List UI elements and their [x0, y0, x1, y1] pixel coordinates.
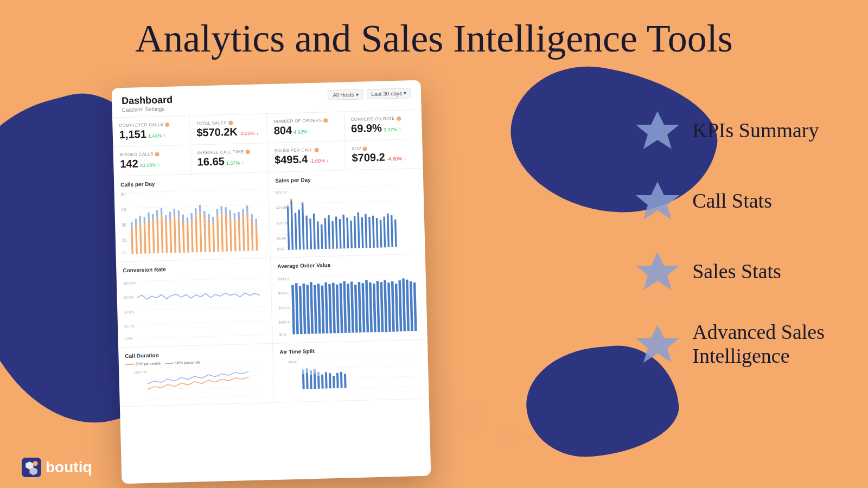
kpi-sales-per-call-value: $495.4 [275, 152, 308, 166]
svg-rect-62 [242, 216, 245, 251]
svg-text:1800 min: 1800 min [133, 370, 147, 374]
svg-rect-67 [251, 214, 253, 222]
chart-conversion-rate-title: Conversion Rate [123, 264, 264, 273]
svg-text:25.0%: 25.0% [124, 324, 135, 328]
kpi-info-icon-3 [323, 118, 328, 123]
svg-rect-141 [321, 285, 325, 333]
kpi-num-orders: NUMBER OF ORDERS 804 4.82% ↑ [267, 112, 345, 143]
svg-text:60: 60 [121, 192, 126, 197]
svg-rect-87 [302, 202, 303, 203]
svg-rect-193 [344, 374, 347, 388]
svg-rect-178 [302, 369, 304, 374]
svg-rect-18 [148, 220, 151, 253]
svg-line-117 [137, 335, 265, 338]
legend-90pct-label: 90% percentile [175, 360, 200, 364]
kpi-avg-call-time: AVERAGE CALL TIME 16.65 1.67% ↑ [190, 143, 269, 174]
svg-line-0 [121, 189, 262, 193]
feature-advanced-sales: Advanced Sales Intelligence [636, 320, 825, 368]
svg-rect-48 [212, 224, 215, 252]
deco-blob-1 [445, 401, 488, 434]
svg-rect-162 [398, 280, 402, 331]
chart-call-duration-area: 1800 min [125, 364, 267, 401]
svg-rect-69 [255, 219, 257, 226]
svg-rect-83 [290, 198, 292, 200]
svg-text:$200.0: $200.0 [279, 320, 290, 324]
svg-text:15: 15 [122, 238, 127, 243]
hosts-selector[interactable]: All Hosts ▾ [328, 89, 363, 100]
dashboard-title: Dashboard [122, 94, 173, 107]
svg-rect-98 [342, 215, 345, 248]
svg-rect-92 [321, 224, 323, 249]
kpi-total-sales-value: $570.2K [196, 125, 238, 139]
kpi-sales-per-call: SALES PER CALL $495.4 -1.60% ↓ [267, 141, 346, 172]
conversion-rate-svg: 100.0% 75.0% 50.0% 25.0% 0.0% [123, 273, 266, 342]
svg-rect-12 [135, 226, 138, 254]
svg-rect-55 [225, 207, 227, 215]
svg-rect-91 [317, 221, 320, 249]
kpi-conversion-rate-change: 3.37% ↑ [384, 127, 401, 133]
chart-avg-order-value-title: Average Order Value [277, 260, 419, 269]
svg-rect-86 [302, 203, 305, 249]
svg-rect-134 [295, 283, 299, 334]
svg-marker-196 [636, 252, 679, 290]
svg-rect-80 [287, 207, 290, 249]
svg-rect-20 [152, 221, 155, 253]
chart-conversion-rate: Conversion Rate 100.0% 75.0% 50.0% 25.0%… [116, 258, 273, 348]
kpi-sales-per-call-change: -1.60% ↓ [309, 158, 329, 164]
svg-rect-97 [339, 219, 342, 249]
kpis-summary-label: KPIs Summary [692, 118, 819, 142]
svg-text:0.0%: 0.0% [125, 336, 133, 340]
period-selector[interactable]: Last 30 days ▾ [366, 88, 411, 99]
svg-rect-45 [203, 211, 206, 219]
svg-rect-52 [221, 214, 224, 252]
svg-text:$800.0: $800.0 [278, 277, 289, 281]
svg-rect-30 [174, 216, 176, 253]
svg-line-116 [137, 321, 265, 324]
svg-rect-140 [317, 284, 321, 333]
svg-marker-197 [636, 325, 679, 363]
call-stats-star-icon [636, 179, 679, 222]
svg-rect-41 [195, 208, 197, 216]
svg-rect-38 [191, 220, 194, 252]
svg-rect-184 [314, 369, 316, 374]
svg-rect-150 [354, 285, 358, 333]
svg-rect-155 [373, 284, 376, 332]
boutiq-logo-icon [22, 458, 41, 477]
svg-rect-96 [335, 217, 338, 249]
svg-text:50.0%: 50.0% [124, 310, 134, 314]
dashboard-panel: Dashboard Caazam! Settings All Hosts ▾ L… [112, 80, 431, 484]
svg-rect-112 [394, 220, 397, 247]
svg-rect-153 [365, 280, 369, 332]
kpi-num-orders-value: 804 [273, 124, 292, 137]
chart-calls-per-day: Calls per Day 60 45 30 15 0 [114, 172, 271, 262]
chart-sales-per-day-area: $32.0K $24.0K $16.0K $8.0K $0.0 [275, 183, 418, 252]
legend-90pct [165, 362, 174, 363]
kpi-conversion-rate: CONVERSION RATE 69.9% 3.37% ↑ [344, 110, 422, 141]
svg-marker-194 [636, 111, 679, 149]
kpi-missed-calls-change: 40.59% ↑ [140, 162, 161, 168]
svg-rect-186 [317, 372, 320, 376]
svg-rect-47 [208, 214, 210, 221]
svg-rect-158 [384, 280, 387, 332]
svg-rect-21 [152, 214, 154, 222]
kpi-num-orders-change: 4.82% ↑ [293, 129, 311, 135]
air-time-svg: 60000 [280, 355, 422, 391]
chart-avg-order-value-area: $800.0 $600.0 $400.0 $200.0 $0.0 [278, 269, 421, 338]
sales-per-day-svg: $32.0K $24.0K $16.0K $8.0K $0.0 [275, 183, 418, 252]
kpi-aov-change: -4.80% ↓ [387, 156, 406, 162]
svg-rect-16 [144, 224, 146, 253]
svg-rect-64 [246, 213, 249, 251]
kpi-completed-calls-change: 1.41% ↑ [148, 133, 166, 139]
svg-rect-85 [298, 210, 301, 250]
sales-stats-label: Sales Stats [692, 259, 781, 283]
svg-rect-101 [354, 216, 356, 248]
svg-text:45: 45 [121, 207, 126, 212]
svg-rect-63 [242, 209, 244, 216]
kpis-star-icon [636, 108, 679, 152]
chart-sales-per-day: Sales per Day $32.0K $24.0K $16.0K $8.0K… [269, 169, 425, 258]
charts-row-2: Conversion Rate 100.0% 75.0% 50.0% 25.0%… [116, 254, 427, 348]
svg-rect-145 [336, 285, 340, 333]
kpi-info-icon [165, 122, 169, 126]
svg-rect-10 [131, 229, 133, 254]
feature-sales-stats: Sales Stats [636, 249, 825, 293]
